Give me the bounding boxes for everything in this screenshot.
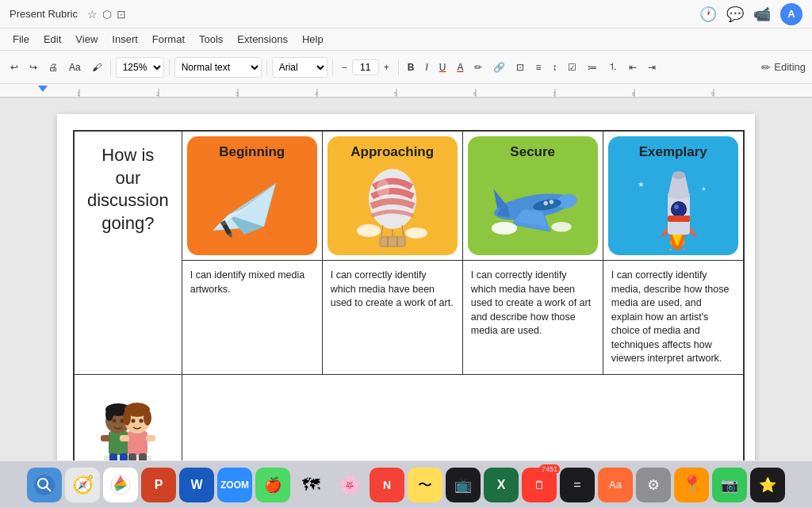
dock-facetime[interactable]: 📷 <box>712 468 747 502</box>
folder-icon[interactable]: ⊡ <box>117 8 126 21</box>
redo-button[interactable]: ↪ <box>25 59 41 75</box>
highlight-button[interactable]: ✏ <box>470 59 486 75</box>
user-avatar[interactable]: A <box>780 3 802 25</box>
discussion-image-cell <box>74 374 182 460</box>
discussion-illustration <box>81 381 175 461</box>
decrease-indent-button[interactable]: ⇤ <box>625 59 641 75</box>
menu-format[interactable]: Format <box>146 31 191 48</box>
empty-bottom-cell <box>182 374 744 460</box>
secure-description: I can correctly identify which media hav… <box>471 269 595 338</box>
beginning-description: I can identify mixed media artworks. <box>190 269 314 296</box>
svg-point-25 <box>357 224 381 237</box>
dock-tv[interactable]: 📺 <box>446 468 481 502</box>
svg-rect-88 <box>146 435 155 441</box>
dock-excel[interactable]: X <box>484 468 519 502</box>
toolbar: ↩ ↪ 🖨 Aa 🖌 125% 100% 75% Normal text Hea… <box>0 51 812 84</box>
history-icon[interactable]: 🕐 <box>699 6 717 23</box>
menu-edit[interactable]: Edit <box>37 31 67 48</box>
menu-extensions[interactable]: Extensions <box>231 31 294 48</box>
text-style-select[interactable]: Normal text Heading 1 Heading 2 <box>174 57 262 78</box>
align-button[interactable]: ≡ <box>531 59 545 75</box>
dock-stars[interactable]: ⭐ <box>750 468 785 502</box>
menu-file[interactable]: File <box>6 31 36 48</box>
svg-point-44 <box>543 201 547 205</box>
dock-green-app[interactable]: 🍎 <box>255 468 290 502</box>
student-2-svg <box>116 395 159 461</box>
checklist-button[interactable]: ☑ <box>564 59 580 75</box>
insert-image-button[interactable]: ⊡ <box>512 59 528 75</box>
svg-text:8: 8 <box>632 91 635 97</box>
rubric-table: How is our discussion going? Beginning <box>73 130 745 460</box>
italic-button[interactable]: I <box>421 59 431 75</box>
header-exemplary: Exemplary <box>603 131 744 261</box>
star-icon[interactable]: ☆ <box>87 8 98 21</box>
dock-word[interactable]: W <box>179 468 214 502</box>
menu-tools[interactable]: Tools <box>193 31 229 48</box>
svg-text:7: 7 <box>553 91 556 97</box>
approaching-description: I can correctly identify which media hav… <box>331 269 454 311</box>
svg-point-83 <box>123 410 131 426</box>
dock-number-badge[interactable]: 🗒 7451 <box>522 468 557 502</box>
dock-maps[interactable]: 🗺 <box>293 468 328 502</box>
cloud-icon[interactable]: ⬡ <box>102 8 112 21</box>
font-select[interactable]: Arial Times New Roman <box>272 57 327 78</box>
divider-3 <box>266 59 267 75</box>
menu-bar: File Edit View Insert Format Tools Exten… <box>0 29 812 51</box>
menu-insert[interactable]: Insert <box>105 31 144 48</box>
svg-point-28 <box>377 179 389 198</box>
font-color-button[interactable]: A <box>453 59 467 75</box>
bold-button[interactable]: B <box>404 59 419 75</box>
dock-settings[interactable]: ⚙ <box>636 468 671 502</box>
increase-font-button[interactable]: + <box>380 59 393 75</box>
dock: 🧭 P W ZOOM 🍎 🗺 🌸 N 〜 📺 X 🗒 7451 = Aa ⚙ 📍… <box>0 460 812 508</box>
underline-button[interactable]: U <box>435 59 450 75</box>
svg-rect-90 <box>139 453 147 461</box>
svg-text:3: 3 <box>236 91 239 97</box>
title-bar-icons: ☆ ⬡ ⊡ <box>87 8 126 21</box>
dock-photos[interactable]: 🌸 <box>331 468 366 502</box>
undo-button[interactable]: ↩ <box>6 59 22 75</box>
svg-text:★: ★ <box>638 180 645 189</box>
svg-rect-63 <box>668 216 690 222</box>
editing-badge[interactable]: ✏ Editing <box>761 61 806 74</box>
secure-title: Secure <box>510 144 555 160</box>
dock-finder[interactable] <box>27 468 62 502</box>
svg-point-84 <box>144 410 151 426</box>
increase-indent-button[interactable]: ⇥ <box>644 59 660 75</box>
dock-chrome[interactable] <box>103 468 138 502</box>
menu-view[interactable]: View <box>69 31 104 48</box>
dock-reminders[interactable]: 📍 <box>674 468 709 502</box>
svg-point-91 <box>34 475 55 495</box>
svg-text:9: 9 <box>711 91 714 97</box>
font-size-control: − 11 + <box>338 59 393 75</box>
numbered-list-button[interactable]: ⒈ <box>604 58 622 76</box>
svg-text:5: 5 <box>394 91 397 97</box>
link-button[interactable]: 🔗 <box>489 59 509 75</box>
exemplary-title: Exemplary <box>639 144 707 160</box>
divider-5 <box>398 59 399 75</box>
dock-news[interactable]: N <box>370 468 404 502</box>
dock-dict[interactable]: Aa <box>598 468 633 502</box>
line-spacing-button[interactable]: ↕ <box>548 59 561 75</box>
canvas-area: How is our discussion going? Beginning <box>0 98 812 460</box>
paint-format-button[interactable]: 🖌 <box>88 59 105 75</box>
print-button[interactable]: 🖨 <box>44 59 62 75</box>
menu-help[interactable]: Help <box>296 31 330 48</box>
dock-calc[interactable]: = <box>560 468 595 502</box>
svg-line-66 <box>684 249 687 250</box>
comment-icon[interactable]: 💬 <box>726 6 744 23</box>
dock-powerpoint[interactable]: P <box>141 468 176 502</box>
zoom-select[interactable]: 125% 100% 75% <box>116 57 164 78</box>
dock-zoom[interactable]: ZOOM <box>217 468 252 502</box>
title-bar-right: 🕐 💬 📹 A <box>699 3 802 25</box>
video-icon[interactable]: 📹 <box>753 6 771 23</box>
dock-miro[interactable]: 〜 <box>408 468 442 502</box>
zoom-control[interactable]: 125% 100% 75% <box>116 57 164 78</box>
approaching-title: Approaching <box>350 144 434 160</box>
svg-point-46 <box>492 222 517 235</box>
spellcheck-button[interactable]: Aa <box>65 59 85 75</box>
svg-point-26 <box>405 227 427 239</box>
dock-safari[interactable]: 🧭 <box>65 468 100 502</box>
decrease-font-button[interactable]: − <box>338 59 351 75</box>
bullet-list-button[interactable]: ≔ <box>584 59 601 75</box>
